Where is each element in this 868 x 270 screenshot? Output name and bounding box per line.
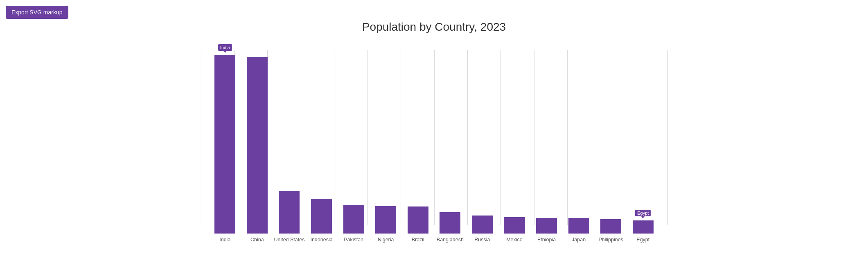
country-label: Pakistan <box>344 237 363 243</box>
bar-group: EgyptEgypt <box>627 50 659 243</box>
country-label: China <box>250 237 264 243</box>
bar <box>504 217 525 234</box>
bar <box>568 218 589 234</box>
bar-group: Nigeria <box>370 50 402 243</box>
country-label: Egypt <box>636 237 649 243</box>
country-label: Brazil <box>412 237 424 243</box>
bar: Egypt <box>633 220 654 234</box>
country-label: Russia <box>474 237 490 243</box>
bar-group: Pakistan <box>338 50 370 243</box>
bar-group: China <box>241 50 273 243</box>
bar-group: Ethiopia <box>530 50 563 243</box>
country-label: Japan <box>572 237 586 243</box>
bar <box>408 206 428 234</box>
country-label: Nigeria <box>378 237 394 243</box>
bar-group: Indonesia <box>305 50 338 243</box>
bar <box>536 218 557 234</box>
bar: India <box>214 55 235 234</box>
country-label: India <box>219 237 230 243</box>
bar-group: Japan <box>563 50 595 243</box>
bar-chart: IndiaIndiaChinaUnited StatesIndonesiaPak… <box>201 38 667 243</box>
bar-tooltip: Egypt <box>635 210 651 216</box>
bar <box>343 205 364 234</box>
gridline <box>667 50 668 225</box>
country-label: Indonesia <box>310 237 332 243</box>
export-svg-button[interactable]: Export SVG markup <box>6 6 68 19</box>
country-label: United States <box>274 237 304 243</box>
country-label: Bangladesh <box>437 237 464 243</box>
country-label: Philippines <box>598 237 623 243</box>
bar-group: Russia <box>466 50 498 243</box>
bar-group: IndiaIndia <box>209 50 241 243</box>
bar <box>472 216 493 234</box>
country-label: Mexico <box>506 237 523 243</box>
country-label: Ethiopia <box>537 237 556 243</box>
chart-title: Population by Country, 2023 <box>201 8 667 38</box>
bar-group: United States <box>273 50 306 243</box>
bar-tooltip: India <box>218 44 232 51</box>
bar-group: Brazil <box>402 50 434 243</box>
bar <box>440 212 460 234</box>
bar <box>311 199 332 234</box>
bar <box>375 206 396 234</box>
bar <box>600 219 621 234</box>
bar-group: Philippines <box>595 50 627 243</box>
bar <box>279 191 300 234</box>
bar-group: Mexico <box>498 50 531 243</box>
bar <box>247 57 268 234</box>
gridline <box>201 50 201 225</box>
chart-container: Population by Country, 2023 IndiaIndiaCh… <box>201 8 667 243</box>
bar-group: Bangladesh <box>434 50 467 243</box>
